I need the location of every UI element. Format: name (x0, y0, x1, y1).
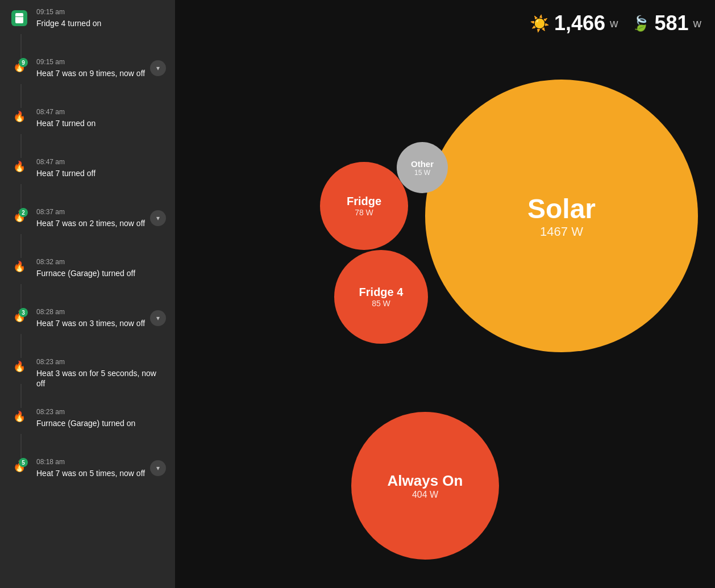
always-on-bubble-value: 404 W (412, 490, 438, 500)
sidebar: 09:15 am Fridge 4 turned on 🔥 9 09:15 am… (0, 0, 175, 588)
icon-col: 🔥 (9, 258, 30, 273)
item-title: Heat 7 turned off (36, 168, 166, 178)
item-title: Heat 7 was on 9 times, now off (36, 68, 150, 78)
badge: 5 (19, 458, 28, 467)
icon-col: 🔥 3 (9, 308, 30, 323)
expand-button[interactable]: ▾ (150, 310, 166, 326)
other-bubble-value: 15 W (414, 169, 430, 177)
badge: 3 (19, 308, 28, 317)
item-content: 08:28 am Heat 7 was on 3 times, now off (30, 308, 150, 328)
expand-button[interactable]: ▾ (150, 210, 166, 226)
list-item: 🔥 2 08:37 am Heat 7 was on 2 times, now … (0, 200, 175, 250)
icon-col (9, 8, 30, 26)
item-title: Furnace (Garage) turned on (36, 418, 166, 428)
item-time: 08:28 am (36, 308, 150, 316)
item-content: 09:15 am Fridge 4 turned on (30, 8, 166, 28)
list-item: 🔥 08:47 am Heat 7 turned off (0, 150, 175, 200)
flame-icon: 🔥 (13, 360, 26, 373)
item-time: 09:15 am (36, 58, 150, 66)
solar-bubble: Solar 1467 W (425, 80, 698, 352)
icon-col: 🔥 (9, 408, 30, 423)
item-content: 08:23 am Heat 3 was on for 5 seconds, no… (30, 358, 166, 389)
icon-col: 🔥 (9, 108, 30, 123)
list-item: 🔥 5 08:18 am Heat 7 was on 5 times, now … (0, 450, 175, 500)
item-title: Furnace (Garage) turned off (36, 268, 166, 278)
fridge-icon-box (11, 10, 27, 26)
badge: 2 (19, 208, 28, 217)
always-on-bubble: Always On 404 W (351, 412, 499, 560)
icon-col: 🔥 9 (9, 58, 30, 73)
item-content: 08:18 am Heat 7 was on 5 times, now off (30, 458, 150, 478)
item-time: 08:23 am (36, 408, 166, 416)
flame-icon: 🔥 (13, 260, 26, 273)
fridge-bubble: Fridge 78 W (320, 162, 408, 250)
icon-col: 🔥 (9, 358, 30, 373)
solar-bubble-value: 1467 W (540, 224, 583, 239)
item-time: 08:32 am (36, 258, 166, 266)
fridge4-bubble-label: Fridge 4 (359, 286, 404, 299)
icon-col: 🔥 (9, 158, 30, 173)
item-title: Heat 7 turned on (36, 118, 166, 128)
expand-button[interactable]: ▾ (150, 460, 166, 476)
list-item: 🔥 08:32 am Furnace (Garage) turned off (0, 250, 175, 300)
item-content: 08:23 am Furnace (Garage) turned on (30, 408, 166, 428)
fridge-bubble-value: 78 W (355, 208, 373, 217)
list-item: 🔥 08:23 am Furnace (Garage) turned on (0, 400, 175, 450)
item-title: Heat 7 was on 5 times, now off (36, 468, 150, 478)
fridge4-bubble: Fridge 4 85 W (334, 250, 428, 344)
expand-button[interactable]: ▾ (150, 60, 166, 76)
other-bubble: Other 15 W (397, 142, 448, 193)
item-content: 09:15 am Heat 7 was on 9 times, now off (30, 58, 150, 78)
solar-bubble-label: Solar (527, 193, 596, 224)
item-time: 09:15 am (36, 8, 166, 16)
other-bubble-label: Other (411, 159, 434, 169)
item-title: Heat 3 was on for 5 seconds, now off (36, 368, 166, 389)
list-item: 09:15 am Fridge 4 turned on (0, 0, 175, 50)
bubble-chart: Solar 1467 W Always On 404 W Fridge 4 85… (175, 0, 715, 588)
icon-col: 🔥 2 (9, 208, 30, 223)
item-title: Heat 7 was on 3 times, now off (36, 318, 150, 328)
item-content: 08:32 am Furnace (Garage) turned off (30, 258, 166, 278)
flame-icon: 🔥 (13, 110, 26, 123)
list-item: 🔥 08:23 am Heat 3 was on for 5 seconds, … (0, 350, 175, 400)
fridge-icon (15, 13, 23, 23)
fridge-bubble-label: Fridge (347, 195, 381, 208)
item-time: 08:23 am (36, 358, 166, 366)
item-time: 08:47 am (36, 108, 166, 116)
list-item: 🔥 3 08:28 am Heat 7 was on 3 times, now … (0, 300, 175, 350)
item-content: 08:47 am Heat 7 turned on (30, 108, 166, 128)
list-item: 🔥 08:47 am Heat 7 turned on (0, 100, 175, 150)
icon-col: 🔥 5 (9, 458, 30, 473)
item-time: 08:37 am (36, 208, 150, 216)
main-area: ☀️ 1,466 w 🍃 581 w Solar 1467 W Always O… (175, 0, 715, 588)
item-content: 08:47 am Heat 7 turned off (30, 158, 166, 178)
item-content: 08:37 am Heat 7 was on 2 times, now off (30, 208, 150, 228)
item-time: 08:18 am (36, 458, 150, 466)
flame-icon: 🔥 (13, 160, 26, 173)
always-on-bubble-label: Always On (388, 472, 463, 490)
item-title: Fridge 4 turned on (36, 18, 166, 28)
item-title: Heat 7 was on 2 times, now off (36, 218, 150, 228)
item-time: 08:47 am (36, 158, 166, 166)
list-item: 🔥 9 09:15 am Heat 7 was on 9 times, now … (0, 50, 175, 100)
badge: 9 (19, 58, 28, 67)
flame-icon: 🔥 (13, 410, 26, 423)
fridge4-bubble-value: 85 W (372, 299, 390, 308)
